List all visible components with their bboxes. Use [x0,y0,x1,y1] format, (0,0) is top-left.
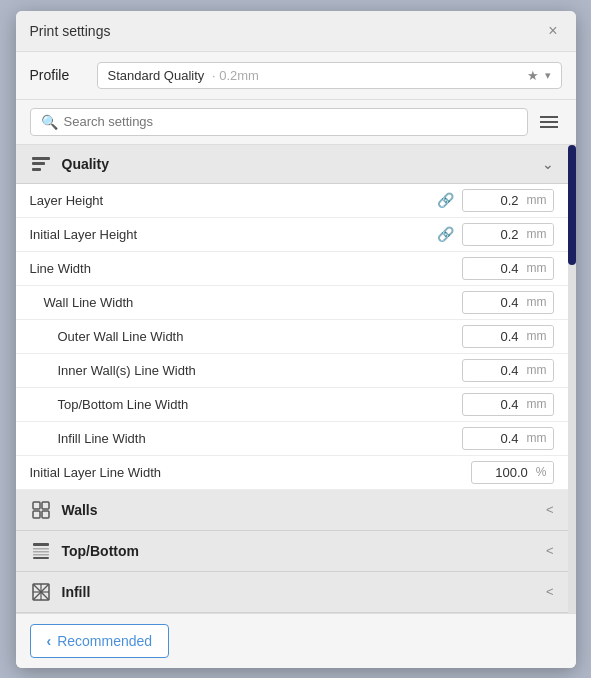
inner-wall-line-width-input-wrap: mm [462,359,554,382]
inner-wall-line-width-label: Inner Wall(s) Line Width [58,363,462,378]
quality-icon [30,153,52,175]
wall-line-width-row: Wall Line Width mm [16,286,568,320]
settings-list: Quality ⌄ Layer Height 🔗 mm Initial Laye… [16,145,568,613]
walls-section-header[interactable]: Walls < [16,490,568,531]
menu-button[interactable] [536,112,562,132]
initial-layer-height-unit: mm [525,224,553,244]
svg-rect-0 [33,502,40,509]
link-icon[interactable]: 🔗 [437,192,454,208]
infill-line-width-row: Infill Line Width mm [16,422,568,456]
wall-line-width-unit: mm [525,292,553,312]
profile-select-icons: ★ ▾ [527,68,551,83]
recommended-button[interactable]: ‹ Recommended [30,624,170,658]
line-width-unit: mm [525,258,553,278]
walls-section-title: Walls [62,502,546,518]
topbottom-section-header[interactable]: Top/Bottom < [16,531,568,572]
initial-layer-line-width-row: Initial Layer Line Width % [16,456,568,490]
svg-rect-7 [33,554,49,556]
inner-wall-line-width-unit: mm [525,360,553,380]
top-bottom-line-width-label: Top/Bottom Line Width [58,397,462,412]
topbottom-chevron-icon: < [546,543,554,558]
profile-name: Standard Quality [108,68,205,83]
walls-chevron-icon: < [546,502,554,517]
initial-layer-line-width-input-wrap: % [471,461,554,484]
layer-height-input-wrap: mm [462,189,554,212]
walls-icon [30,499,52,521]
scrollbar[interactable] [568,145,576,613]
print-settings-dialog: Print settings × Profile Standard Qualit… [16,11,576,668]
initial-layer-height-label: Initial Layer Height [30,227,437,242]
link-icon-2[interactable]: 🔗 [437,226,454,242]
top-bottom-line-width-input[interactable] [463,394,525,415]
outer-wall-line-width-input-wrap: mm [462,325,554,348]
infill-line-width-label: Infill Line Width [58,431,462,446]
svg-rect-2 [33,511,40,518]
title-bar: Print settings × [16,11,576,52]
infill-line-width-input-wrap: mm [462,427,554,450]
footer: ‹ Recommended [16,613,576,668]
content-area: Quality ⌄ Layer Height 🔗 mm Initial Laye… [16,145,576,613]
scroll-container: Quality ⌄ Layer Height 🔗 mm Initial Laye… [16,145,576,613]
search-input[interactable] [64,114,517,129]
svg-rect-4 [33,543,49,546]
initial-layer-line-width-input[interactable] [472,462,534,483]
scrollbar-thumb[interactable] [568,145,576,265]
outer-wall-line-width-input[interactable] [463,326,525,347]
top-bottom-line-width-unit: mm [525,394,553,414]
initial-layer-height-input-wrap: mm [462,223,554,246]
dialog-title: Print settings [30,23,111,39]
top-bottom-line-width-row: Top/Bottom Line Width mm [16,388,568,422]
star-icon[interactable]: ★ [527,68,539,83]
quality-section-header[interactable]: Quality ⌄ [16,145,568,184]
profile-sub: · 0.2mm [212,68,259,83]
quality-section-title: Quality [62,156,542,172]
svg-rect-5 [33,548,49,550]
top-bottom-line-width-input-wrap: mm [462,393,554,416]
layer-height-row: Layer Height 🔗 mm [16,184,568,218]
layer-height-unit: mm [525,190,553,210]
profile-row: Profile Standard Quality · 0.2mm ★ ▾ [16,52,576,100]
svg-rect-8 [33,557,49,559]
inner-wall-line-width-input[interactable] [463,360,525,381]
layer-height-input[interactable] [463,190,525,211]
recommended-label: Recommended [57,633,152,649]
profile-label: Profile [30,67,85,83]
line-width-input[interactable] [463,258,525,279]
inner-wall-line-width-row: Inner Wall(s) Line Width mm [16,354,568,388]
line-width-input-wrap: mm [462,257,554,280]
initial-layer-height-input[interactable] [463,224,525,245]
initial-layer-line-width-label: Initial Layer Line Width [30,465,471,480]
line-width-row: Line Width mm [16,252,568,286]
initial-layer-line-width-unit: % [534,462,553,482]
wall-line-width-input[interactable] [463,292,525,313]
layer-height-label: Layer Height [30,193,437,208]
infill-chevron-icon: < [546,584,554,599]
wall-line-width-input-wrap: mm [462,291,554,314]
infill-line-width-input[interactable] [463,428,525,449]
outer-wall-line-width-label: Outer Wall Line Width [58,329,462,344]
initial-layer-height-row: Initial Layer Height 🔗 mm [16,218,568,252]
chevron-down-icon[interactable]: ▾ [545,69,551,82]
infill-line-width-unit: mm [525,428,553,448]
wall-line-width-label: Wall Line Width [44,295,462,310]
svg-rect-1 [42,502,49,509]
topbottom-section-title: Top/Bottom [62,543,546,559]
outer-wall-line-width-row: Outer Wall Line Width mm [16,320,568,354]
back-chevron-icon: ‹ [47,633,52,649]
outer-wall-line-width-unit: mm [525,326,553,346]
close-button[interactable]: × [544,21,561,41]
quality-chevron-icon: ⌄ [542,156,554,172]
search-bar: 🔍 [16,100,576,145]
infill-icon [30,581,52,603]
topbottom-icon [30,540,52,562]
svg-rect-3 [42,511,49,518]
search-input-wrap: 🔍 [30,108,528,136]
profile-select[interactable]: Standard Quality · 0.2mm ★ ▾ [97,62,562,89]
infill-section-header[interactable]: Infill < [16,572,568,613]
search-icon: 🔍 [41,114,58,130]
line-width-label: Line Width [30,261,462,276]
infill-section-title: Infill [62,584,546,600]
svg-rect-6 [33,551,49,553]
